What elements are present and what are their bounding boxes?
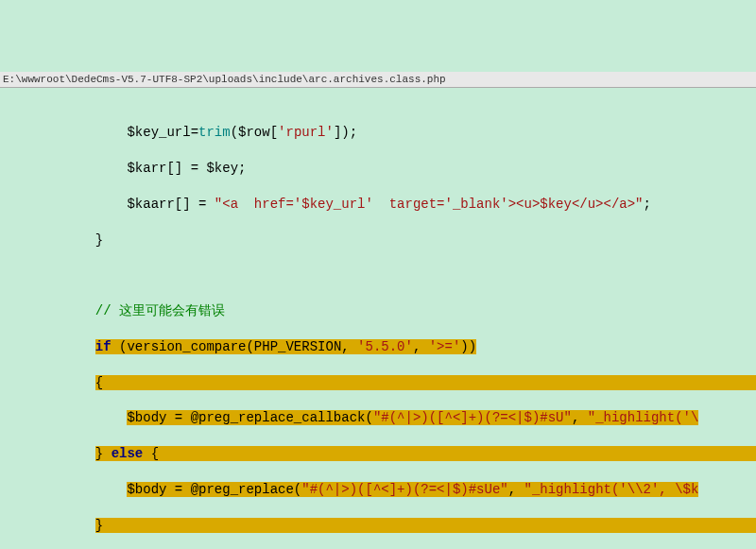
code-line-highlighted: } else { [0, 445, 756, 463]
file-path-bar: E:\wwwroot\DedeCms-V5.7-UTF8-SP2\uploads… [0, 72, 756, 89]
code-line [0, 266, 756, 284]
code-line: } [0, 232, 756, 249]
code-editor: $key_url=trim($row['rpurl']); $karr[] = … [0, 106, 756, 549]
code-line-highlighted: $body = @preg_replace("#(^|>)([^<]+)(?=<… [0, 481, 756, 499]
code-line-highlighted: } [0, 517, 756, 535]
code-line: $karr[] = $key; [0, 160, 756, 178]
code-line-highlighted: $body = @preg_replace_callback("#(^|>)([… [0, 409, 756, 427]
code-line: $kaarr[] = "<a href='$key_url' target='_… [0, 196, 756, 214]
code-line-highlighted: { [0, 374, 756, 392]
code-line-highlighted: if (version_compare(PHP_VERSION, '5.5.0'… [0, 338, 756, 356]
code-line-comment: // 这里可能会有错误 [0, 302, 756, 320]
code-line: $key_url=trim($row['rpurl']); [0, 124, 756, 142]
